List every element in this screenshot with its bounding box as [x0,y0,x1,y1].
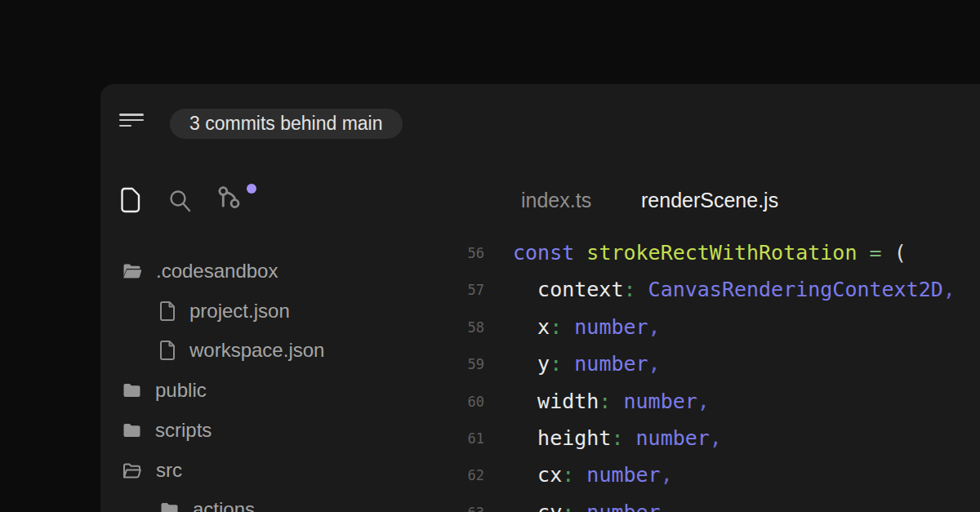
code-line[interactable]: 59 y: number, [100,350,980,378]
line-number: 62 [427,461,484,489]
code-line-text[interactable]: cx: number, [513,461,673,489]
code-line-text[interactable]: width: number, [513,388,710,416]
line-number: 59 [427,350,484,378]
code-line[interactable]: 61 height: number, [100,425,980,452]
code-line[interactable]: 58 x: number, [100,314,980,341]
files-icon[interactable] [121,187,140,216]
line-number: 60 [427,388,484,416]
line-number: 56 [427,239,484,267]
code-line-text[interactable]: cy: number, [513,499,673,512]
git-notification-dot [247,184,256,194]
app-window: 3 commits behind main .codesandboxprojec… [100,84,980,512]
menu-icon[interactable] [119,114,144,127]
code-line[interactable]: 62 cx: number, [100,461,980,489]
line-number: 61 [427,425,484,452]
tab-index-ts[interactable]: index.ts [521,188,591,212]
code-line-text[interactable]: y: number, [513,350,661,378]
menu-icon-line [119,114,144,116]
line-number: 63 [427,499,484,512]
line-number: 58 [427,314,484,341]
code-line-text[interactable]: context: CanvasRenderingContext2D, [513,276,956,304]
line-number: 57 [427,276,484,304]
code-line-text[interactable]: x: number, [513,314,661,341]
code-line[interactable]: 60 width: number, [100,388,980,416]
menu-icon-line [119,119,144,122]
code-line-text[interactable]: const strokeRectWithRotation = ( [513,239,906,267]
code-line[interactable]: 63 cy: number, [100,499,980,512]
git-branch-icon[interactable] [215,182,246,216]
menu-icon-line [119,125,131,127]
commits-behind-badge[interactable]: 3 commits behind main [170,109,403,139]
code-line-text[interactable]: height: number, [513,425,722,452]
tab-renderscene-js[interactable]: renderScene.js [641,188,778,212]
code-line[interactable]: 57 context: CanvasRenderingContext2D, [100,276,980,304]
search-icon[interactable] [168,189,191,216]
code-line[interactable]: 56const strokeRectWithRotation = ( [100,239,980,267]
